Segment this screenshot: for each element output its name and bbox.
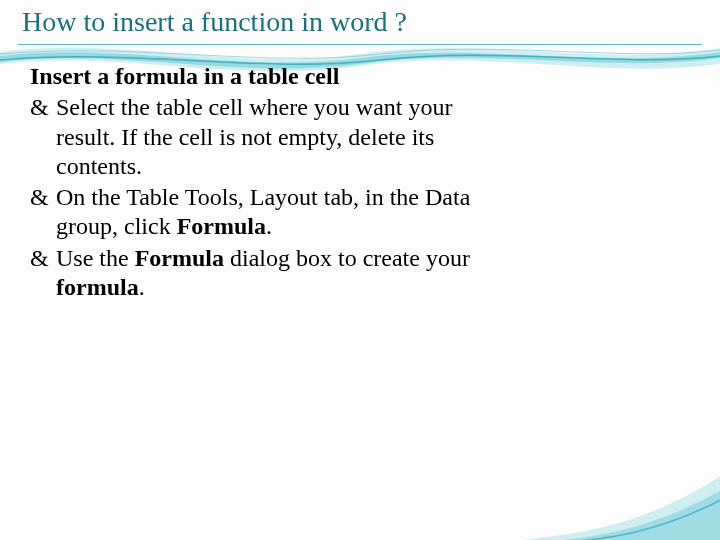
bullet-text-bold: Formula xyxy=(135,245,224,271)
corner-swoosh-decoration xyxy=(470,400,720,540)
bullet-text-fragment: . xyxy=(266,213,272,239)
bullet-text: Use the Formula dialog box to create you… xyxy=(56,245,470,300)
slide: How to insert a function in word ? Inser… xyxy=(0,0,720,540)
body-text: Insert a formula in a table cell & Selec… xyxy=(30,62,510,304)
bullet-text-fragment: Use the xyxy=(56,245,135,271)
bullet-text: Select the table cell where you want you… xyxy=(56,94,453,179)
slide-title: How to insert a function in word ? xyxy=(22,6,407,38)
bullet-item: & On the Table Tools, Layout tab, in the… xyxy=(30,183,510,242)
bullet-glyph-icon: & xyxy=(30,183,49,212)
bullet-text-fragment: dialog box to create your xyxy=(224,245,470,271)
bullet-text-bold: formula xyxy=(56,274,139,300)
bullet-text: On the Table Tools, Layout tab, in the D… xyxy=(56,184,470,239)
bullet-glyph-icon: & xyxy=(30,93,49,122)
bullet-text-bold: Formula xyxy=(177,213,266,239)
bullet-glyph-icon: & xyxy=(30,244,49,273)
bullet-text-fragment: . xyxy=(139,274,145,300)
bullet-item: & Use the Formula dialog box to create y… xyxy=(30,244,510,303)
bullet-item: & Select the table cell where you want y… xyxy=(30,93,510,181)
subheading: Insert a formula in a table cell xyxy=(30,62,510,91)
title-underline xyxy=(18,44,702,45)
